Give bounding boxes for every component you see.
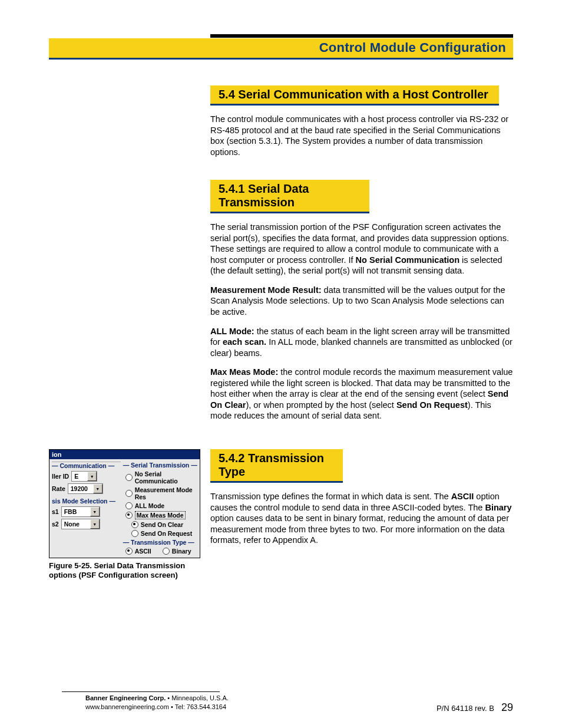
footer-rule (62, 691, 220, 692)
select-controller-id[interactable]: E ▼ (71, 471, 97, 482)
select-baud-rate[interactable]: 19200 ▼ (68, 483, 103, 494)
select-value: E (72, 473, 87, 480)
group-serial-transmission: — Serial Transmission — (123, 462, 197, 469)
para-5-4-2: Transmission type defines the format in … (210, 491, 513, 546)
radio-icon (125, 502, 133, 509)
chevron-down-icon[interactable]: ▼ (90, 507, 100, 516)
label-analysis2: s2 (52, 521, 59, 528)
bold-max-meas: Max Meas Mode: (210, 367, 278, 377)
radio-icon (131, 521, 138, 528)
select-analysis1[interactable]: FBB ▼ (61, 506, 100, 517)
top-bar (210, 34, 513, 38)
row-baud-rate: Rate 19200 ▼ (52, 483, 121, 494)
group-transmission-type: — Transmission Type — (123, 539, 197, 546)
bold-binary: Binary (485, 503, 511, 512)
part-number: P/N 64118 rev. B (437, 704, 494, 713)
page-header-title: Control Module Configuration (319, 40, 506, 55)
radio-label: Binary (172, 548, 191, 555)
para-5-4-1-b: Measurement Mode Result: data transmitte… (210, 285, 513, 318)
para-5-4-1-a: The serial transmission portion of the P… (210, 222, 513, 276)
chevron-down-icon[interactable]: ▼ (90, 519, 100, 529)
radio-ascii[interactable]: ASCII (125, 548, 160, 555)
bold-meas-mode: Measurement Mode Result: (210, 285, 322, 295)
para-5-4-1-c: ALL Mode: the status of each beam in the… (210, 326, 513, 359)
heading-5-4-1: 5.4.1 Serial Data Transmission (210, 180, 369, 213)
page-number: 29 (501, 701, 513, 714)
radio-label: Measurement Mode Res (135, 486, 197, 500)
select-value: 19200 (68, 485, 93, 492)
radio-icon (125, 474, 133, 481)
label-controller-id: ller ID (52, 473, 69, 480)
page-footer: Banner Engineering Corp. • Minneapolis, … (49, 691, 513, 711)
row-analysis1: s1 FBB ▼ (52, 506, 121, 517)
company-location: • Minneapolis, U.S.A. (166, 694, 229, 701)
select-value: None (62, 521, 90, 528)
radio-label: No Serial Communicatio (135, 470, 197, 485)
bold-ascii: ASCII (451, 492, 474, 501)
label-analysis1: s1 (52, 508, 59, 515)
bold-no-serial: No Serial Communication (356, 255, 459, 265)
radio-icon (125, 512, 133, 519)
chevron-down-icon[interactable]: ▼ (93, 484, 103, 493)
header-underline (49, 58, 513, 60)
chevron-down-icon[interactable]: ▼ (87, 472, 97, 481)
select-analysis2[interactable]: None ▼ (61, 519, 100, 529)
bold-all-mode: ALL Mode: (210, 327, 254, 336)
footer-line1: Banner Engineering Corp. • Minneapolis, … (85, 694, 513, 703)
bold-send-req: Send On Request (396, 400, 468, 410)
radio-icon (131, 530, 138, 537)
heading-5-4-2: 5.4.2 Transmission Type (210, 449, 343, 483)
para-5-4-1-d: Max Meas Mode: the control module record… (210, 367, 513, 421)
heading-5-4: 5.4 Serial Communication with a Host Con… (210, 85, 499, 106)
text: Transmission type defines the format in … (210, 492, 451, 501)
radio-label: Send On Request (141, 530, 193, 537)
radio-send-on-request[interactable]: Send On Request (131, 530, 197, 537)
radio-send-on-clear[interactable]: Send On Clear (131, 521, 197, 528)
radio-icon (125, 548, 133, 555)
label-baud-rate: Rate (52, 485, 65, 492)
radio-label: ALL Mode (135, 502, 165, 509)
figure-caption: Figure 5-25. Serial Data Transmission op… (49, 561, 199, 581)
para-5-4-intro: The control module communicates with a h… (210, 114, 513, 157)
caption-number: Figure 5-25. (49, 561, 94, 570)
group-mode-selection: sis Mode Selection — (52, 498, 121, 505)
radio-icon (125, 490, 133, 497)
row-analysis2: s2 None ▼ (52, 519, 121, 529)
company-name: Banner Engineering Corp. (85, 694, 166, 701)
select-value: FBB (62, 508, 90, 515)
radio-label: Max Meas Mode (135, 511, 186, 519)
bold-each-scan: each scan. (223, 337, 266, 347)
screenshot-psf-config: ion — Communication — ller ID E ▼ Rate (49, 449, 200, 558)
window-title: ion (49, 450, 200, 459)
text: option causes data to be sent in binary … (210, 513, 509, 545)
radio-icon (163, 548, 170, 555)
radio-binary[interactable]: Binary (163, 548, 197, 555)
row-controller-id: ller ID E ▼ (52, 471, 121, 482)
group-communication: — Communication — (52, 462, 121, 469)
radio-no-serial[interactable]: No Serial Communicatio (125, 470, 197, 485)
radio-label: Send On Clear (141, 521, 183, 528)
text: ), or when prompted by the host (select (246, 400, 396, 410)
radio-max-meas-mode[interactable]: Max Meas Mode (125, 511, 197, 519)
radio-measurement-mode[interactable]: Measurement Mode Res (125, 486, 197, 500)
radio-all-mode[interactable]: ALL Mode (125, 502, 197, 509)
radio-label: ASCII (135, 548, 151, 555)
